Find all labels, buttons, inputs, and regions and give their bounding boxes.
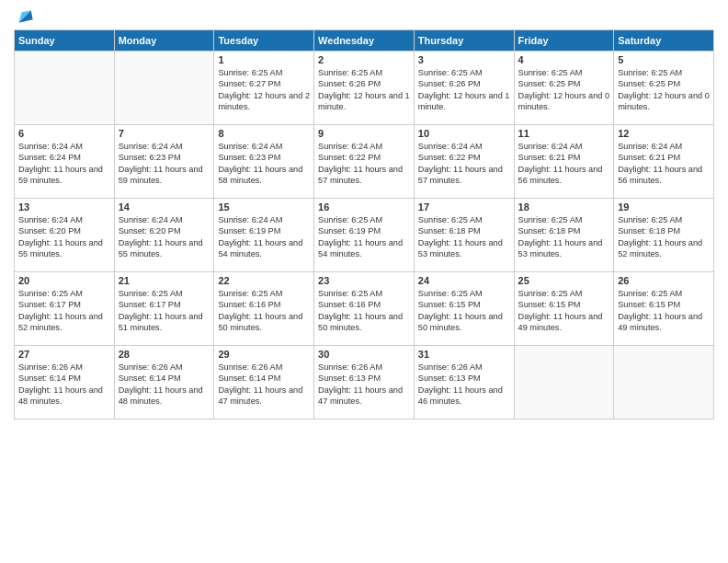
cell-info-text: Sunrise: 6:24 AM (418, 141, 510, 152)
cell-info-text: Sunset: 6:15 PM (418, 299, 510, 310)
cell-info-text: Daylight: 11 hours and 48 minutes. (119, 385, 210, 408)
cell-info-text: Daylight: 11 hours and 58 minutes. (218, 164, 310, 187)
table-cell (514, 346, 614, 419)
cell-info-text: Sunrise: 6:24 AM (18, 214, 110, 225)
cell-info-text: Daylight: 11 hours and 49 minutes. (518, 311, 610, 334)
cell-info-text: Sunset: 6:23 PM (218, 152, 310, 163)
cell-info-text: Sunset: 6:18 PM (618, 225, 710, 236)
calendar-week-row: 20Sunrise: 6:25 AMSunset: 6:17 PMDayligh… (15, 272, 714, 346)
cell-day-number: 29 (218, 349, 310, 360)
cell-info-text: Sunrise: 6:25 AM (418, 288, 510, 299)
cell-day-number: 25 (518, 275, 610, 286)
cell-day-number: 14 (119, 201, 210, 213)
calendar-table: Sunday Monday Tuesday Wednesday Thursday… (14, 29, 714, 419)
cell-info-text: Daylight: 11 hours and 46 minutes. (418, 385, 510, 408)
cell-info-text: Daylight: 11 hours and 57 minutes. (318, 164, 410, 187)
cell-info-text: Sunset: 6:15 PM (618, 299, 710, 310)
cell-info-text: Sunset: 6:14 PM (18, 373, 110, 384)
cell-info-text: Sunset: 6:13 PM (318, 373, 410, 384)
table-cell (614, 346, 714, 419)
cell-info-text: Daylight: 11 hours and 52 minutes. (18, 311, 110, 334)
cell-info-text: Sunrise: 6:24 AM (218, 141, 310, 152)
cell-info-text: Sunset: 6:24 PM (18, 152, 110, 163)
cell-day-number: 13 (18, 201, 110, 213)
cell-info-text: Sunrise: 6:26 AM (418, 362, 510, 373)
cell-info-text: Daylight: 11 hours and 48 minutes. (18, 385, 110, 408)
table-cell: 22Sunrise: 6:25 AMSunset: 6:16 PMDayligh… (214, 272, 314, 346)
cell-info-text: Sunset: 6:25 PM (518, 78, 610, 89)
cell-info-text: Sunset: 6:19 PM (218, 225, 310, 236)
cell-day-number: 7 (119, 128, 210, 139)
cell-day-number: 21 (119, 275, 210, 286)
cell-info-text: Daylight: 11 hours and 56 minutes. (618, 164, 710, 187)
calendar-week-row: 27Sunrise: 6:26 AMSunset: 6:14 PMDayligh… (15, 346, 714, 419)
cell-day-number: 19 (618, 201, 710, 213)
col-sunday: Sunday (15, 30, 115, 52)
table-cell: 17Sunrise: 6:25 AMSunset: 6:18 PMDayligh… (414, 199, 514, 272)
cell-day-number: 26 (618, 275, 710, 286)
cell-info-text: Sunrise: 6:25 AM (218, 288, 310, 299)
cell-info-text: Sunset: 6:26 PM (418, 78, 510, 89)
cell-info-text: Daylight: 11 hours and 55 minutes. (119, 237, 210, 260)
calendar-week-row: 6Sunrise: 6:24 AMSunset: 6:24 PMDaylight… (15, 125, 714, 199)
cell-info-text: Daylight: 11 hours and 53 minutes. (418, 237, 510, 260)
cell-info-text: Sunrise: 6:25 AM (618, 214, 710, 225)
cell-info-text: Sunset: 6:16 PM (318, 299, 410, 310)
table-cell: 15Sunrise: 6:24 AMSunset: 6:19 PMDayligh… (214, 199, 314, 272)
cell-day-number: 23 (318, 275, 410, 286)
cell-day-number: 2 (318, 54, 410, 65)
cell-info-text: Daylight: 11 hours and 53 minutes. (518, 237, 610, 260)
cell-info-text: Daylight: 11 hours and 49 minutes. (618, 311, 710, 334)
cell-info-text: Daylight: 11 hours and 47 minutes. (318, 385, 410, 408)
cell-info-text: Daylight: 11 hours and 47 minutes. (218, 385, 310, 408)
col-friday: Friday (514, 30, 614, 52)
cell-info-text: Sunrise: 6:24 AM (119, 214, 210, 225)
cell-info-text: Sunset: 6:16 PM (218, 299, 310, 310)
cell-info-text: Daylight: 11 hours and 50 minutes. (318, 311, 410, 334)
cell-info-text: Sunrise: 6:24 AM (618, 141, 710, 152)
cell-day-number: 28 (119, 349, 210, 360)
header (14, 9, 714, 22)
table-cell: 10Sunrise: 6:24 AMSunset: 6:22 PMDayligh… (414, 125, 514, 199)
cell-day-number: 1 (218, 54, 310, 65)
table-cell: 30Sunrise: 6:26 AMSunset: 6:13 PMDayligh… (314, 346, 415, 419)
table-cell: 24Sunrise: 6:25 AMSunset: 6:15 PMDayligh… (414, 272, 514, 346)
cell-info-text: Daylight: 12 hours and 2 minutes. (218, 90, 310, 113)
cell-info-text: Sunset: 6:19 PM (318, 225, 410, 236)
col-monday: Monday (114, 30, 214, 52)
cell-info-text: Sunrise: 6:26 AM (318, 362, 410, 373)
page: Sunday Monday Tuesday Wednesday Thursday… (0, 0, 728, 563)
cell-day-number: 16 (318, 201, 410, 213)
cell-info-text: Sunset: 6:21 PM (518, 152, 610, 163)
cell-day-number: 12 (618, 128, 710, 139)
cell-info-text: Sunset: 6:22 PM (418, 152, 510, 163)
cell-day-number: 15 (218, 201, 310, 213)
calendar-week-row: 13Sunrise: 6:24 AMSunset: 6:20 PMDayligh… (15, 199, 714, 272)
cell-info-text: Sunrise: 6:25 AM (418, 214, 510, 225)
cell-info-text: Sunrise: 6:24 AM (518, 141, 610, 152)
cell-info-text: Sunset: 6:18 PM (418, 225, 510, 236)
cell-day-number: 5 (618, 54, 710, 65)
cell-info-text: Daylight: 11 hours and 54 minutes. (318, 237, 410, 260)
col-wednesday: Wednesday (314, 30, 415, 52)
cell-info-text: Daylight: 12 hours and 1 minute. (418, 90, 510, 113)
cell-info-text: Sunrise: 6:25 AM (618, 288, 710, 299)
cell-info-text: Sunset: 6:26 PM (318, 78, 410, 89)
cell-info-text: Daylight: 12 hours and 0 minutes. (618, 90, 710, 113)
cell-info-text: Sunrise: 6:25 AM (618, 67, 710, 78)
cell-info-text: Sunrise: 6:24 AM (318, 141, 410, 152)
table-cell: 7Sunrise: 6:24 AMSunset: 6:23 PMDaylight… (114, 125, 214, 199)
logo (14, 9, 34, 22)
cell-day-number: 11 (518, 128, 610, 139)
table-cell: 5Sunrise: 6:25 AMSunset: 6:25 PMDaylight… (614, 52, 714, 125)
cell-info-text: Sunset: 6:17 PM (119, 299, 210, 310)
cell-info-text: Sunrise: 6:24 AM (218, 214, 310, 225)
cell-info-text: Sunset: 6:15 PM (518, 299, 610, 310)
cell-info-text: Sunset: 6:18 PM (518, 225, 610, 236)
cell-info-text: Sunset: 6:21 PM (618, 152, 710, 163)
calendar-header-row: Sunday Monday Tuesday Wednesday Thursday… (15, 30, 714, 52)
cell-info-text: Sunrise: 6:26 AM (18, 362, 110, 373)
cell-info-text: Daylight: 11 hours and 55 minutes. (18, 237, 110, 260)
cell-info-text: Daylight: 11 hours and 50 minutes. (218, 311, 310, 334)
cell-day-number: 17 (418, 201, 510, 213)
